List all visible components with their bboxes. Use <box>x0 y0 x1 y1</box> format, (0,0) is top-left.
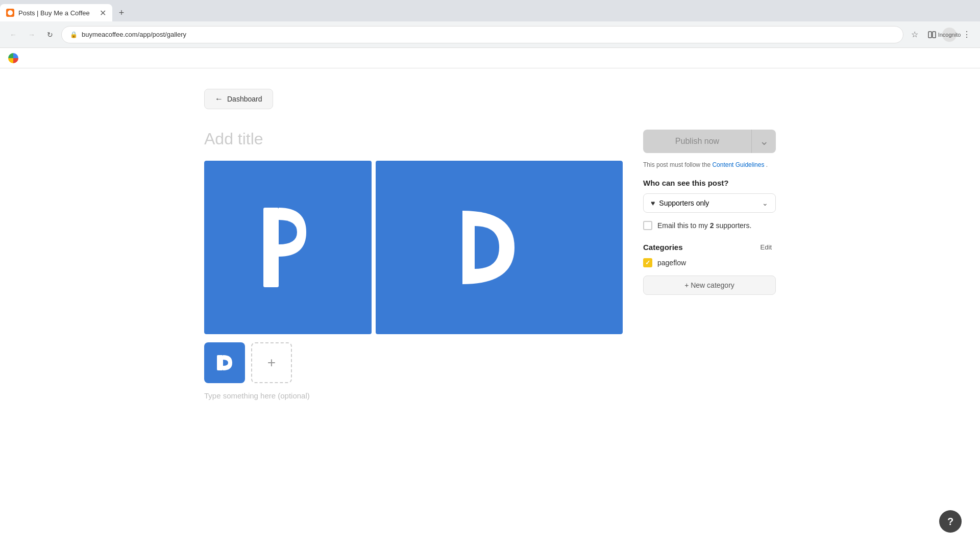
thumbnail-image-1 <box>204 342 245 383</box>
back-to-dashboard-button[interactable]: ← Dashboard <box>204 89 273 109</box>
categories-edit-button[interactable]: Edit <box>756 242 776 252</box>
tab-close-button[interactable]: ✕ <box>100 8 106 18</box>
url-text: buymeacoffee.com/app/post/gallery <box>82 31 186 38</box>
chevron-down-icon: ⌄ <box>760 136 769 147</box>
svg-rect-1 <box>928 32 932 38</box>
new-category-button[interactable]: + New category <box>643 276 776 295</box>
content-guidelines-link[interactable]: Content Guidelines <box>712 161 764 168</box>
google-bar <box>0 48 980 68</box>
split-view-button[interactable] <box>925 28 939 42</box>
forward-nav-button[interactable]: → <box>24 28 39 42</box>
svg-point-0 <box>8 10 13 15</box>
gallery-image-right[interactable] <box>376 161 623 334</box>
publish-dropdown-button[interactable]: ⌄ <box>751 130 776 153</box>
categories-title: Categories <box>643 243 683 252</box>
new-tab-button[interactable]: + <box>114 6 129 20</box>
type-placeholder-text[interactable]: Type something here (optional) <box>204 391 623 400</box>
visibility-dropdown[interactable]: ♥ Supporters only ⌄ <box>643 193 776 213</box>
help-button[interactable]: ? <box>939 510 962 533</box>
content-guideline-text: This post must follow the Content Guidel… <box>643 161 776 168</box>
email-checkbox-row: Email this to my 2 supporters. <box>643 221 776 230</box>
tab-favicon <box>6 9 14 17</box>
browser-tab[interactable]: Posts | Buy Me a Coffee ✕ <box>0 4 112 21</box>
address-bar[interactable]: 🔒 buymeacoffee.com/app/post/gallery <box>61 26 903 43</box>
email-checkbox-label: Email this to my 2 supporters. <box>657 221 751 230</box>
add-image-button[interactable]: + <box>251 342 292 383</box>
back-nav-button[interactable]: ← <box>6 28 20 42</box>
gallery-image-left[interactable] <box>204 161 372 334</box>
add-title-placeholder[interactable]: Add title <box>204 130 623 148</box>
browser-right-actions: ☆ Incognito ⋮ <box>908 28 974 42</box>
publish-row: Publish now ⌄ <box>643 130 776 153</box>
publish-now-button[interactable]: Publish now <box>643 130 751 153</box>
svg-rect-3 <box>263 208 279 287</box>
visibility-chevron-icon: ⌄ <box>762 199 768 207</box>
gallery-image-container <box>204 161 623 334</box>
visibility-option-text: Supporters only <box>659 199 762 207</box>
thumbnails-row: + <box>204 342 623 383</box>
email-checkbox[interactable] <box>643 221 652 230</box>
browser-toolbar: ← → ↻ 🔒 buymeacoffee.com/app/post/galler… <box>0 21 980 48</box>
tab-title: Posts | Buy Me a Coffee <box>18 9 95 17</box>
thumbnail-1[interactable] <box>204 342 245 383</box>
back-arrow-icon: ← <box>215 94 223 104</box>
page-content: ← Dashboard Add title <box>0 68 980 551</box>
sidebar-panel: Publish now ⌄ This post must follow the … <box>643 130 776 400</box>
editor-area: Add title <box>204 130 623 400</box>
reload-button[interactable]: ↻ <box>43 28 57 42</box>
bookmark-button[interactable]: ☆ <box>908 28 922 42</box>
categories-section: Categories Edit pageflow + New category <box>643 242 776 295</box>
profile-button[interactable]: Incognito <box>942 28 957 42</box>
category-item: pageflow <box>643 258 776 267</box>
category-name: pageflow <box>657 259 686 267</box>
categories-header: Categories Edit <box>643 242 776 252</box>
lock-icon: 🔒 <box>70 31 78 38</box>
google-logo <box>8 53 18 63</box>
who-can-see-label: Who can see this post? <box>643 179 776 187</box>
menu-button[interactable]: ⋮ <box>960 28 974 42</box>
question-mark-icon: ? <box>947 516 953 528</box>
svg-rect-4 <box>217 355 223 370</box>
back-button-label: Dashboard <box>227 95 262 103</box>
svg-rect-2 <box>933 32 936 38</box>
category-checkbox-checked[interactable] <box>643 258 652 267</box>
plus-icon: + <box>267 355 276 371</box>
incognito-label: Incognito <box>938 32 961 38</box>
heart-icon: ♥ <box>651 199 655 207</box>
